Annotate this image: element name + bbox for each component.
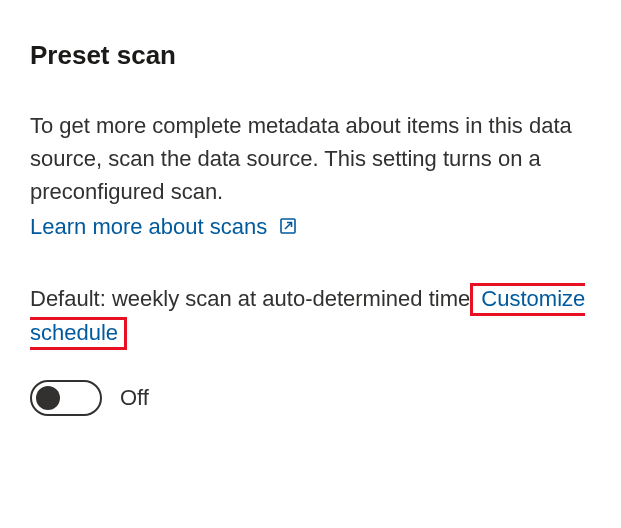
external-link-icon bbox=[279, 211, 297, 244]
toggle-row: Off bbox=[30, 380, 591, 416]
default-schedule-text: Default: weekly scan at auto-determined … bbox=[30, 282, 591, 350]
learn-more-row: Learn more about scans bbox=[30, 210, 591, 244]
toggle-state-label: Off bbox=[120, 385, 149, 411]
svg-line-1 bbox=[285, 223, 291, 229]
preset-scan-toggle[interactable] bbox=[30, 380, 102, 416]
description-text: To get more complete metadata about item… bbox=[30, 109, 591, 208]
learn-more-link[interactable]: Learn more about scans bbox=[30, 214, 297, 239]
learn-more-label: Learn more about scans bbox=[30, 214, 267, 239]
toggle-knob bbox=[36, 386, 60, 410]
default-schedule-prefix: Default: weekly scan at auto-determined … bbox=[30, 286, 470, 311]
section-heading: Preset scan bbox=[30, 40, 591, 71]
